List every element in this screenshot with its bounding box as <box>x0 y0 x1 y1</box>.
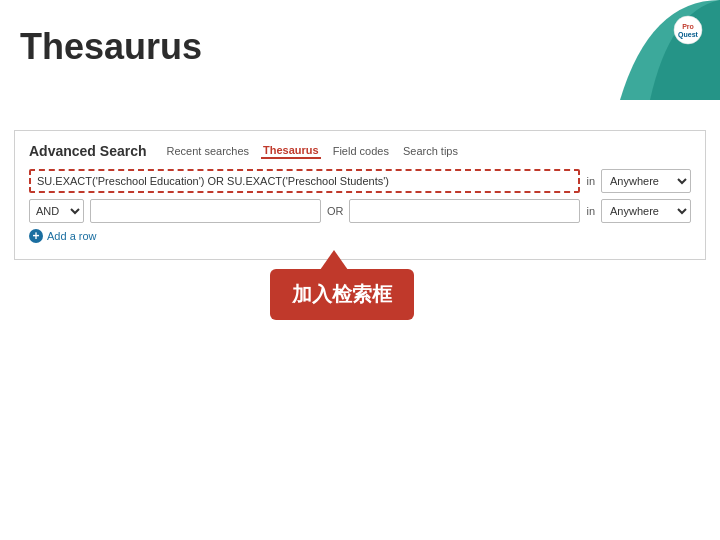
callout-box: 加入检索框 <box>270 269 414 320</box>
tab-recent-searches[interactable]: Recent searches <box>165 144 252 158</box>
proquest-logo: Pro Quest <box>670 12 706 48</box>
search-input-main[interactable] <box>29 169 580 193</box>
callout-wrapper: 加入检索框 <box>270 250 414 320</box>
or-label: OR <box>327 205 344 217</box>
location-select-2[interactable]: Anywhere <box>601 199 691 223</box>
main-panel: Advanced Search Recent searches Thesauru… <box>14 130 706 260</box>
search-row-1: in Anywhere <box>29 169 691 193</box>
page-title: Thesaurus <box>20 26 202 68</box>
proquest-logo-icon: Pro Quest <box>670 12 706 48</box>
svg-point-0 <box>674 16 702 44</box>
search-input-secondary-1[interactable] <box>90 199 321 223</box>
location-select-1[interactable]: Anywhere <box>601 169 691 193</box>
add-row-label: Add a row <box>47 230 97 242</box>
advanced-search-title: Advanced Search <box>29 143 147 159</box>
add-row-button[interactable]: + Add a row <box>29 229 691 243</box>
adv-search-header: Advanced Search Recent searches Thesauru… <box>29 143 691 159</box>
callout-arrow <box>320 250 348 270</box>
search-input-secondary-2[interactable] <box>349 199 580 223</box>
add-row-icon: + <box>29 229 43 243</box>
in-label-2: in <box>586 205 595 217</box>
svg-text:Pro: Pro <box>682 23 694 30</box>
svg-text:Quest: Quest <box>678 31 699 39</box>
tab-thesaurus[interactable]: Thesaurus <box>261 143 321 159</box>
search-row-2: AND OR in Anywhere <box>29 199 691 223</box>
in-label-1: in <box>586 175 595 187</box>
bool-operator-select[interactable]: AND <box>29 199 84 223</box>
tab-field-codes[interactable]: Field codes <box>331 144 391 158</box>
adv-search-tabs: Recent searches Thesaurus Field codes Se… <box>165 143 460 159</box>
tab-search-tips[interactable]: Search tips <box>401 144 460 158</box>
